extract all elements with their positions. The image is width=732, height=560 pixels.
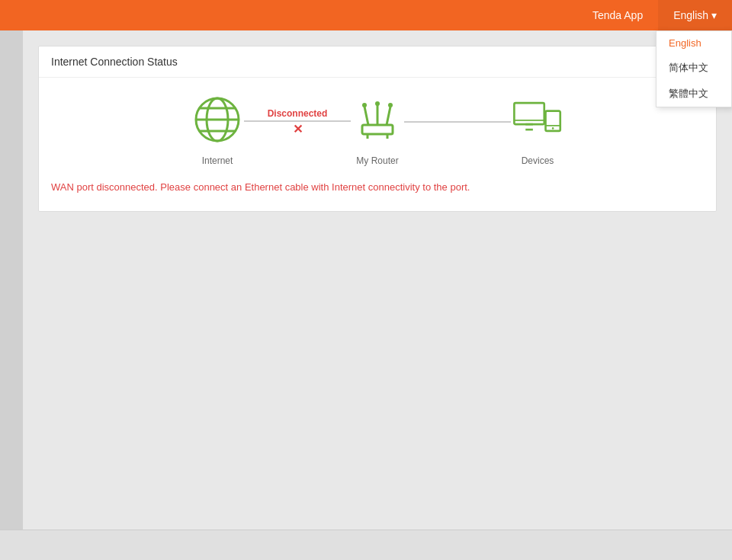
disconnected-status: Disconnected ✕ [244,108,351,136]
devices-label: Devices [522,155,554,166]
disconnected-x-icon: ✕ [293,123,303,136]
lang-option-english[interactable]: English [657,31,731,55]
internet-icon [191,93,244,149]
tenda-app-link[interactable]: Tenda App [577,9,658,21]
devices-icon [511,93,564,149]
svg-line-6 [364,107,368,125]
status-diagram: Internet Disconnected ✕ [51,93,704,166]
svg-point-20 [552,127,554,130]
svg-point-9 [362,103,367,107]
footer-bar [0,530,732,560]
navbar: Tenda App English ▾ English 简体中文 繁體中文 [0,0,732,30]
connector-line-left [244,120,351,122]
warning-message: WAN port disconnected. Please connect an… [51,178,704,196]
lang-option-traditional-chinese[interactable]: 繁體中文 [657,81,731,107]
svg-point-11 [388,103,393,107]
svg-line-8 [387,107,390,125]
card-body: Internet Disconnected ✕ [39,78,716,211]
main-layout: Internet Connection Status [0,30,732,530]
svg-point-10 [375,101,380,106]
card-header: Internet Connection Status [39,46,716,78]
router-node: My Router [351,93,404,166]
language-dropdown: English 简体中文 繁體中文 [656,30,732,107]
content-area: Internet Connection Status [23,30,732,530]
language-selector[interactable]: English ▾ [658,0,732,30]
router-label: My Router [356,155,398,166]
router-icon [351,93,404,149]
sidebar [0,30,23,530]
internet-node: Internet [191,93,244,166]
disconnected-connector: Disconnected ✕ [244,108,351,136]
disconnected-label: Disconnected [268,108,328,119]
card-title: Internet Connection Status [51,56,178,68]
svg-rect-14 [514,103,544,124]
devices-node: Devices [511,93,564,166]
right-connector-line [404,121,511,123]
connector-line-right [404,121,511,123]
internet-label: Internet [202,155,233,166]
status-card: Internet Connection Status [38,46,717,212]
language-label: English ▾ [673,9,717,21]
svg-rect-5 [362,125,393,134]
lang-option-simplified-chinese[interactable]: 简体中文 [657,55,731,81]
